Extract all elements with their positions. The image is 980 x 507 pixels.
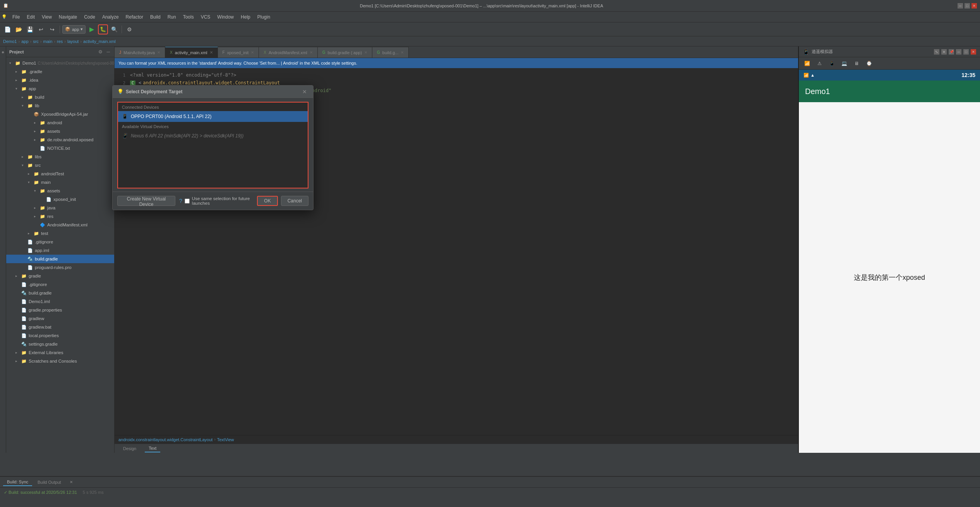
menu-help[interactable]: Help (238, 14, 254, 21)
tree-item-gradle-folder[interactable]: ▸ 📁 gradle (6, 272, 114, 280)
tree-item-xposed-pkg[interactable]: ▸ 📁 de.robv.android.xposed (6, 135, 114, 144)
close-tab-gradle[interactable]: ✕ (401, 50, 404, 55)
toolbar-open[interactable]: 📂 (14, 24, 24, 34)
virtual-device-nexus6[interactable]: 📱 Nexus 6 API 22 (minSdk(API 22) > devic… (118, 130, 308, 141)
tree-item-res[interactable]: ▸ 📁 res (6, 212, 114, 221)
close-tab-xposed[interactable]: ✕ (251, 50, 254, 55)
run-button[interactable]: ▶ (87, 24, 97, 34)
modal-close-button[interactable]: ✕ (301, 89, 308, 95)
menu-tools[interactable]: Tools (180, 14, 197, 21)
tree-item-gradle-props[interactable]: 📄 gradle.properties (6, 306, 114, 314)
toolbar-undo[interactable]: ↩ (36, 24, 46, 34)
tree-item-manifest[interactable]: 🔷 AndroidManifest.xml (6, 221, 114, 229)
tree-item-demo1[interactable]: ▾ 📁 Demo1 C:\Users\Admin\Desktop\zhufeng… (6, 59, 114, 67)
tree-item-jar[interactable]: 📦 XposedBridgeApi-54.jar (6, 110, 114, 118)
tree-item-build-gradle-app[interactable]: 🔩 build.gradle (6, 255, 114, 263)
window-maximize[interactable]: □ (965, 3, 970, 9)
debug-button[interactable]: 🐛 (98, 24, 108, 34)
tree-item-gradlew[interactable]: 📄 gradlew (6, 314, 114, 323)
tree-item-libs[interactable]: ▸ 📁 libs (6, 152, 114, 161)
menu-build[interactable]: Build (147, 14, 164, 21)
menu-view[interactable]: View (39, 14, 55, 21)
window-close[interactable]: ✕ (971, 3, 977, 9)
menu-refactor[interactable]: Refactor (123, 14, 146, 21)
use-same-selection-checkbox[interactable] (185, 199, 190, 204)
emulator-wifi-icon[interactable]: 📶 (802, 58, 812, 69)
window-minimize[interactable]: ─ (958, 3, 963, 9)
sidebar-minimize[interactable]: ─ (105, 49, 111, 55)
left-tab-favorites[interactable]: ★ (0, 46, 6, 58)
breadcrumb-res[interactable]: res (57, 39, 63, 44)
menu-vcs[interactable]: VCS (198, 14, 214, 21)
tree-item-xposed-init[interactable]: 📄 xposed_init (6, 195, 114, 204)
tree-item-idea[interactable]: ▸ 📁 .idea (6, 76, 114, 84)
tree-item-test[interactable]: ▸ 📁 test (6, 229, 114, 238)
help-icon[interactable]: ? (179, 198, 182, 204)
breadcrumb-layout[interactable]: layout (67, 39, 79, 44)
create-new-virtual-device-button[interactable]: Create New Virtual Device (117, 196, 175, 206)
tab-text[interactable]: Text (145, 445, 160, 452)
tree-item-gitignore-app[interactable]: 📄 .gitignore (6, 238, 114, 246)
menu-edit[interactable]: Edit (24, 14, 38, 21)
close-tab-activity-main[interactable]: ✕ (210, 50, 213, 55)
tab-build-gradle-app[interactable]: G build.gradle (:app) ✕ (318, 47, 372, 58)
toolbar-redo[interactable]: ↪ (47, 24, 57, 34)
tree-item-assets-jar[interactable]: ▸ 📁 assets (6, 127, 114, 135)
menu-run[interactable]: Run (164, 14, 179, 21)
emulator-restore[interactable]: ⤡ (934, 49, 939, 55)
close-bottom-panel[interactable]: ✕ (70, 480, 73, 484)
tree-item-main[interactable]: ▾ 📁 main (6, 178, 114, 187)
tree-item-lib[interactable]: ▾ 📁 lib (6, 101, 114, 110)
tree-item-androidtest[interactable]: ▸ 📁 androidTest (6, 170, 114, 178)
tree-item-gradlew-bat[interactable]: 📄 gradlew.bat (6, 323, 114, 331)
cancel-button[interactable]: Cancel (281, 196, 308, 206)
tree-item-assets-main[interactable]: ▾ 📁 assets (6, 187, 114, 195)
tree-item-java[interactable]: ▸ 📁 java (6, 204, 114, 212)
breadcrumb-textview[interactable]: TextView (217, 437, 234, 442)
tree-item-app-iml[interactable]: 📄 app.iml (6, 246, 114, 255)
toolbar-settings[interactable]: ⚙ (124, 24, 134, 34)
tree-item-build-gradle-root[interactable]: 🔩 build.gradle (6, 289, 114, 297)
tree-item-local-props[interactable]: 📄 local.properties (6, 331, 114, 340)
tab-design[interactable]: Design (119, 445, 140, 452)
emulator-phone-icon[interactable]: 📱 (827, 58, 837, 69)
tab-build-sync[interactable]: Build: Sync (3, 478, 32, 486)
emulator-tablet-icon[interactable]: 💻 (839, 58, 849, 69)
device-oppo[interactable]: 📱 OPPO PCRT00 (Android 5.1.1, API 22) (118, 111, 308, 122)
close-tab-mainactivity[interactable]: ✕ (157, 50, 160, 55)
breadcrumb-demo1[interactable]: Demo1 (3, 39, 17, 44)
breadcrumb-src[interactable]: src (33, 39, 39, 44)
tab-build-output[interactable]: Build Output (34, 479, 65, 486)
tree-item-notice[interactable]: 📄 NOTICE.txt (6, 144, 114, 152)
tree-item-gradle[interactable]: ▸ 📁 .gradle (6, 67, 114, 76)
tree-item-external-libs[interactable]: ▸ 📁 External Libraries (6, 348, 114, 357)
tree-item-app[interactable]: ▾ 📁 app (6, 84, 114, 93)
menu-code[interactable]: Code (81, 14, 98, 21)
emulator-menu[interactable]: ≡ (941, 49, 947, 55)
emulator-minimize[interactable]: ─ (956, 49, 961, 55)
breadcrumb-constraint-layout[interactable]: androidx.constraintlayout.widget.Constra… (118, 437, 212, 442)
tab-xposed-init[interactable]: F xposed_init ✕ (218, 47, 259, 58)
ok-button[interactable]: OK (257, 196, 278, 206)
tree-item-scratches[interactable]: ▸ 📁 Scratches and Consoles (6, 357, 114, 365)
toolbar-save[interactable]: 💾 (25, 24, 35, 34)
breadcrumb-file[interactable]: activity_main.xml (83, 39, 116, 44)
tab-mainactivity[interactable]: J MainActivity.java ✕ (115, 47, 165, 58)
emulator-pin[interactable]: 📌 (949, 49, 954, 55)
tree-item-gitignore-root[interactable]: 📄 .gitignore (6, 280, 114, 289)
tree-item-build[interactable]: ▸ 📁 build (6, 93, 114, 101)
emulator-maximize[interactable]: □ (963, 49, 969, 55)
emulator-watch-icon[interactable]: ⌚ (864, 58, 874, 69)
tab-androidmanifest[interactable]: X AndroidManifest.xml ✕ (259, 47, 317, 58)
run-config-dropdown[interactable]: 📦 app ▾ (62, 25, 86, 34)
toolbar-search[interactable]: 🔍 (109, 24, 119, 34)
emulator-close[interactable]: ✕ (971, 49, 976, 55)
tree-item-proguard[interactable]: 📄 proguard-rules.pro (6, 263, 114, 272)
tree-item-settings-gradle[interactable]: 🔩 settings.gradle (6, 340, 114, 348)
tree-item-android[interactable]: ▸ 📁 android (6, 118, 114, 127)
menu-plugin[interactable]: Plugin (254, 14, 273, 21)
tree-item-demo1-iml[interactable]: 📄 Demo1.iml (6, 297, 114, 306)
sidebar-settings[interactable]: ⚙ (97, 49, 104, 55)
menu-file[interactable]: File (9, 14, 23, 21)
tree-item-src[interactable]: ▾ 📁 src (6, 161, 114, 170)
